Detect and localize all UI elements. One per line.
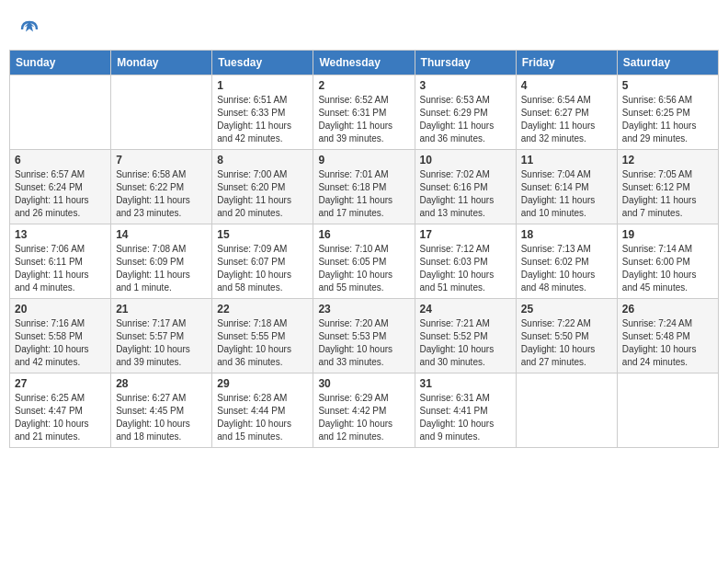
day-info: Sunrise: 7:14 AMSunset: 6:00 PMDaylight:… [622,243,713,294]
sunrise-text: Sunrise: 7:20 AM [318,318,388,328]
calendar-day-cell: 8Sunrise: 7:00 AMSunset: 6:20 PMDaylight… [212,150,313,224]
day-number: 25 [521,303,612,316]
daylight-text: Daylight: 10 hours and 12 minutes. [318,419,392,442]
logo [18,18,44,40]
sunset-text: Sunset: 5:53 PM [318,331,386,341]
calendar-day-cell [617,373,718,448]
day-of-week-header: Friday [516,51,617,75]
sunrise-text: Sunrise: 6:58 AM [116,169,186,179]
daylight-text: Daylight: 10 hours and 27 minutes. [521,344,596,367]
day-info: Sunrise: 7:21 AMSunset: 5:52 PMDaylight:… [420,317,511,369]
day-info: Sunrise: 7:12 AMSunset: 6:03 PMDaylight:… [420,243,511,294]
daylight-text: Daylight: 11 hours and 13 minutes. [420,195,495,218]
sunset-text: Sunset: 5:55 PM [217,331,285,341]
sunset-text: Sunset: 6:00 PM [622,257,690,267]
day-info: Sunrise: 6:56 AMSunset: 6:25 PMDaylight:… [622,94,713,145]
day-number: 26 [622,303,713,316]
sunset-text: Sunset: 6:14 PM [521,182,589,192]
calendar-day-cell: 3Sunrise: 6:53 AMSunset: 6:29 PMDaylight… [415,75,516,150]
day-number: 5 [622,79,713,92]
calendar-day-cell: 1Sunrise: 6:51 AMSunset: 6:33 PMDaylight… [212,75,313,150]
sunrise-text: Sunrise: 7:05 AM [622,169,692,179]
day-info: Sunrise: 7:10 AMSunset: 6:05 PMDaylight:… [318,243,409,294]
day-info: Sunrise: 7:13 AMSunset: 6:02 PMDaylight:… [521,243,612,294]
day-info: Sunrise: 6:53 AMSunset: 6:29 PMDaylight:… [420,94,511,145]
calendar-day-cell: 27Sunrise: 6:25 AMSunset: 4:47 PMDayligh… [10,373,111,448]
daylight-text: Daylight: 10 hours and 9 minutes. [420,419,495,442]
day-number: 15 [217,228,308,241]
day-of-week-header: Tuesday [212,51,313,75]
day-number: 7 [116,154,207,167]
day-number: 27 [15,377,106,390]
calendar-day-cell: 30Sunrise: 6:29 AMSunset: 4:42 PMDayligh… [313,373,415,448]
calendar-day-cell: 22Sunrise: 7:18 AMSunset: 5:55 PMDayligh… [212,299,313,373]
sunset-text: Sunset: 6:24 PM [15,182,83,192]
day-info: Sunrise: 7:01 AMSunset: 6:18 PMDaylight:… [318,168,409,220]
daylight-text: Daylight: 11 hours and 26 minutes. [15,195,89,218]
sunrise-text: Sunrise: 7:09 AM [217,244,287,254]
day-of-week-header: Monday [111,51,212,75]
logo-icon [18,18,40,40]
daylight-text: Daylight: 11 hours and 42 minutes. [217,121,291,144]
calendar-day-cell: 24Sunrise: 7:21 AMSunset: 5:52 PMDayligh… [415,299,516,373]
daylight-text: Daylight: 11 hours and 39 minutes. [318,121,392,144]
day-number: 4 [521,79,612,92]
sunset-text: Sunset: 5:57 PM [116,331,184,341]
sunrise-text: Sunrise: 6:29 AM [318,393,388,403]
day-info: Sunrise: 6:52 AMSunset: 6:31 PMDaylight:… [318,94,409,145]
day-number: 14 [116,228,207,241]
sunset-text: Sunset: 6:03 PM [420,257,488,267]
sunrise-text: Sunrise: 7:21 AM [420,318,490,328]
daylight-text: Daylight: 10 hours and 58 minutes. [217,270,291,293]
day-of-week-header: Sunday [10,51,111,75]
day-number: 12 [622,154,713,167]
daylight-text: Daylight: 11 hours and 10 minutes. [521,195,596,218]
daylight-text: Daylight: 11 hours and 32 minutes. [521,121,596,144]
daylight-text: Daylight: 10 hours and 30 minutes. [420,344,495,367]
daylight-text: Daylight: 10 hours and 15 minutes. [217,419,291,442]
sunrise-text: Sunrise: 7:01 AM [318,169,388,179]
daylight-text: Daylight: 11 hours and 29 minutes. [622,121,697,144]
day-number: 20 [15,303,106,316]
daylight-text: Daylight: 11 hours and 1 minute. [116,270,190,293]
day-info: Sunrise: 7:18 AMSunset: 5:55 PMDaylight:… [217,317,308,369]
sunrise-text: Sunrise: 7:18 AM [217,318,287,328]
day-number: 18 [521,228,612,241]
sunrise-text: Sunrise: 7:14 AM [622,244,692,254]
calendar-day-cell: 5Sunrise: 6:56 AMSunset: 6:25 PMDaylight… [617,75,718,150]
daylight-text: Daylight: 11 hours and 7 minutes. [622,195,697,218]
calendar-week-row: 1Sunrise: 6:51 AMSunset: 6:33 PMDaylight… [10,75,719,150]
sunrise-text: Sunrise: 7:06 AM [15,244,85,254]
day-info: Sunrise: 7:00 AMSunset: 6:20 PMDaylight:… [217,168,308,220]
day-info: Sunrise: 7:08 AMSunset: 6:09 PMDaylight:… [116,243,207,294]
sunrise-text: Sunrise: 6:53 AM [420,95,490,105]
sunrise-text: Sunrise: 7:08 AM [116,244,186,254]
day-of-week-header: Thursday [415,51,516,75]
daylight-text: Daylight: 10 hours and 18 minutes. [116,419,190,442]
day-info: Sunrise: 7:06 AMSunset: 6:11 PMDaylight:… [15,243,106,294]
daylight-text: Daylight: 10 hours and 48 minutes. [521,270,596,293]
day-number: 29 [217,377,308,390]
day-info: Sunrise: 6:28 AMSunset: 4:44 PMDaylight:… [217,392,308,443]
sunset-text: Sunset: 6:09 PM [116,257,184,267]
day-info: Sunrise: 6:57 AMSunset: 6:24 PMDaylight:… [15,168,106,220]
calendar-day-cell: 31Sunrise: 6:31 AMSunset: 4:41 PMDayligh… [415,373,516,448]
daylight-text: Daylight: 10 hours and 45 minutes. [622,270,697,293]
daylight-text: Daylight: 11 hours and 20 minutes. [217,195,291,218]
day-number: 22 [217,303,308,316]
day-info: Sunrise: 7:09 AMSunset: 6:07 PMDaylight:… [217,243,308,294]
day-number: 10 [420,154,511,167]
day-number: 16 [318,228,409,241]
day-of-week-header: Saturday [617,51,718,75]
sunrise-text: Sunrise: 6:25 AM [15,393,85,403]
day-info: Sunrise: 7:16 AMSunset: 5:58 PMDaylight:… [15,317,106,369]
day-number: 9 [318,154,409,167]
calendar-day-cell: 4Sunrise: 6:54 AMSunset: 6:27 PMDaylight… [516,75,617,150]
sunrise-text: Sunrise: 6:57 AM [15,169,85,179]
sunset-text: Sunset: 6:02 PM [521,257,589,267]
day-info: Sunrise: 7:04 AMSunset: 6:14 PMDaylight:… [521,168,612,220]
sunrise-text: Sunrise: 6:56 AM [622,95,692,105]
page-header [9,9,719,45]
sunset-text: Sunset: 6:29 PM [420,108,488,118]
calendar-day-cell [10,75,111,150]
